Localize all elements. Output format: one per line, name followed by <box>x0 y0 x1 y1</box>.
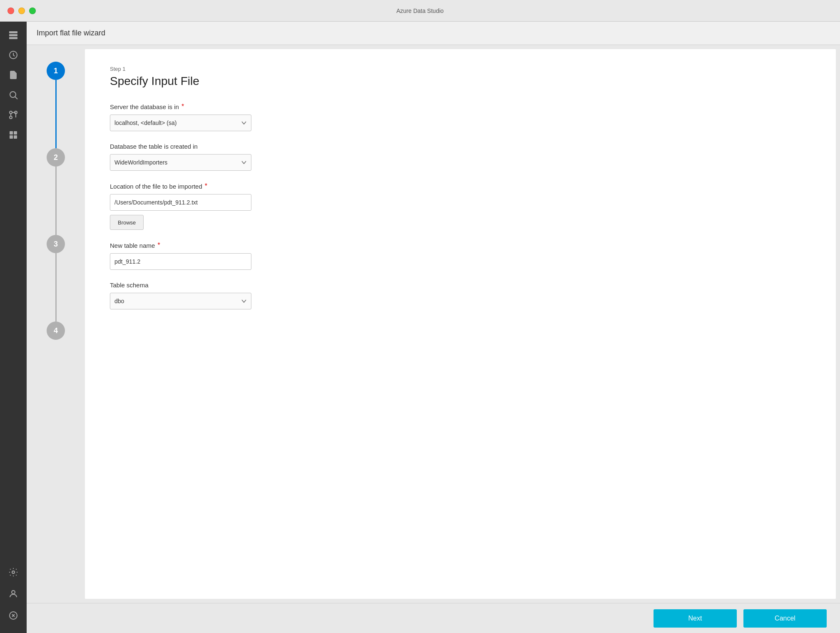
svg-rect-9 <box>10 131 13 135</box>
server-required-star: * <box>181 103 184 110</box>
wizard-panel: Step 1 Specify Input File Server the dat… <box>85 49 836 599</box>
app-container: Import flat file wizard 1 2 <box>0 22 840 633</box>
maximize-button[interactable] <box>29 7 36 14</box>
minimize-button[interactable] <box>18 7 25 14</box>
file-location-field-group: Location of the file to be imported * Br… <box>110 182 811 230</box>
window-controls[interactable] <box>7 7 36 14</box>
sidebar-icon-file[interactable] <box>4 66 22 84</box>
database-select[interactable]: WideWorldImporters <box>110 154 251 171</box>
server-select[interactable]: localhost, <default> (sa) <box>110 115 251 131</box>
svg-rect-12 <box>14 135 17 139</box>
svg-rect-2 <box>9 37 17 39</box>
close-button[interactable] <box>7 7 14 14</box>
content-area: 1 2 3 4 <box>27 45 840 603</box>
svg-rect-1 <box>9 34 17 36</box>
svg-point-7 <box>10 111 12 114</box>
footer: Next Cancel <box>27 603 840 633</box>
next-button[interactable]: Next <box>654 609 737 628</box>
title-bar: Azure Data Studio <box>0 0 840 22</box>
svg-line-5 <box>15 97 18 100</box>
step-3: 3 <box>47 235 65 321</box>
main-area: Import flat file wizard 1 2 <box>27 22 840 633</box>
new-table-field-group: New table name * <box>110 242 811 270</box>
svg-rect-11 <box>10 135 13 139</box>
step-3-circle: 3 <box>47 235 65 253</box>
step-2: 2 <box>47 148 65 235</box>
wizard-title: Import flat file wizard <box>37 29 105 37</box>
sidebar <box>0 22 27 633</box>
file-location-label: Location of the file to be imported * <box>110 182 811 190</box>
sidebar-icon-account[interactable] <box>4 585 22 603</box>
sidebar-icon-history[interactable] <box>4 46 22 64</box>
sidebar-icon-search[interactable] <box>4 86 22 104</box>
sidebar-icon-settings[interactable] <box>4 563 22 581</box>
svg-point-14 <box>12 591 15 594</box>
app-title: Azure Data Studio <box>396 7 444 14</box>
step-line-3-4 <box>55 253 57 321</box>
file-location-required-star: * <box>205 182 207 190</box>
database-field-group: Database the table is created in WideWor… <box>110 143 811 171</box>
step-line-1-2 <box>55 80 57 148</box>
sidebar-icon-server[interactable] <box>4 26 22 44</box>
sidebar-bottom <box>4 563 22 633</box>
browse-button[interactable]: Browse <box>110 215 144 230</box>
sidebar-icon-extensions[interactable] <box>4 126 22 144</box>
svg-rect-10 <box>14 131 17 135</box>
file-location-input[interactable] <box>110 194 251 211</box>
step-2-circle: 2 <box>47 148 65 167</box>
step-4-circle: 4 <box>47 321 65 340</box>
main-header: Import flat file wizard <box>27 22 840 45</box>
schema-select[interactable]: dbo <box>110 293 251 309</box>
svg-rect-0 <box>9 31 17 33</box>
step-1: 1 <box>47 62 65 148</box>
stepper: 1 2 3 4 <box>27 45 85 603</box>
step-1-circle: 1 <box>47 62 65 80</box>
server-label: Server the database is in * <box>110 103 811 110</box>
svg-point-13 <box>12 571 15 573</box>
svg-point-6 <box>10 116 12 119</box>
new-table-required-star: * <box>157 242 160 249</box>
sidebar-icon-error[interactable] <box>4 606 22 625</box>
step-4: 4 <box>47 321 65 340</box>
step-label: Step 1 <box>110 66 811 72</box>
server-field-group: Server the database is in * localhost, <… <box>110 103 811 131</box>
schema-field-group: Table schema dbo <box>110 282 811 309</box>
sidebar-icon-git[interactable] <box>4 106 22 124</box>
database-label: Database the table is created in <box>110 143 811 150</box>
svg-point-4 <box>10 92 16 97</box>
schema-label: Table schema <box>110 282 811 289</box>
new-table-label: New table name * <box>110 242 811 249</box>
new-table-input[interactable] <box>110 253 251 270</box>
step-line-2-3 <box>55 167 57 235</box>
step-title: Specify Input File <box>110 75 811 88</box>
cancel-button[interactable]: Cancel <box>743 609 827 628</box>
